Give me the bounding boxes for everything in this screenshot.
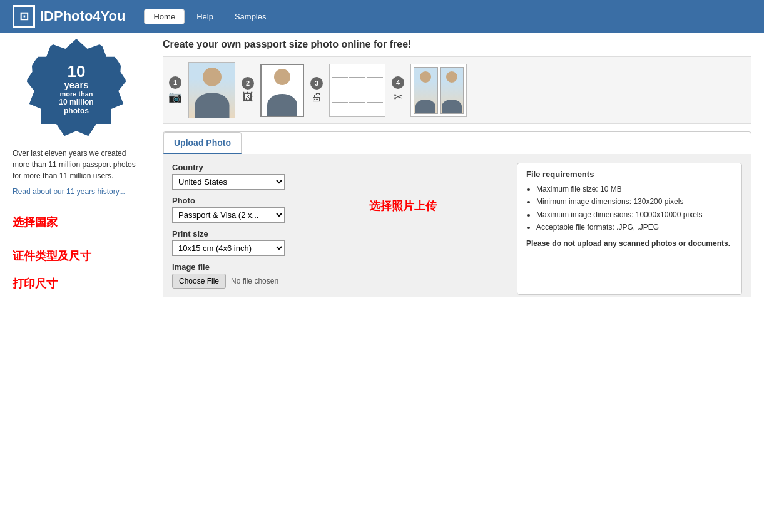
person-body-1: [195, 93, 229, 118]
mini-photo-6: [367, 102, 383, 103]
step-1: 1 📷: [168, 76, 182, 104]
logo[interactable]: ⊡ IDPhoto4You: [13, 5, 125, 28]
step-4-icon: ✂: [394, 90, 403, 104]
navigation: Home Help Samples: [144, 9, 275, 24]
mini-photo-1: [332, 77, 348, 78]
country-label: Country: [172, 163, 504, 172]
step-3-num: 3: [310, 77, 323, 90]
step-1-num: 1: [169, 76, 181, 89]
person-body-2: [267, 94, 297, 116]
header: ⊡ IDPhoto4You Home Help Samples: [0, 0, 764, 33]
step-2-num: 2: [242, 77, 254, 90]
mini-photo-5: [349, 102, 365, 103]
country-select[interactable]: United States Canada United Kingdom Aust…: [172, 174, 285, 190]
sidebar-description: Over last eleven years we created more t…: [13, 148, 140, 182]
badge-years: 10: [68, 63, 86, 79]
badge-photos: photos: [64, 106, 89, 115]
photo-label: Photo: [172, 196, 504, 205]
file-req-item-2: Minimum image dimensions: 130x200 pixels: [536, 195, 733, 208]
file-req-list: Maximum file size: 10 MB Minimum image d…: [526, 183, 733, 234]
step-1-image: [188, 62, 235, 118]
print-size-group: Print size 10x15 cm (4x6 inch) 13x18 cm …: [172, 229, 504, 256]
step-2: 2 🖼: [242, 77, 254, 104]
step-3: 3 🖨: [310, 77, 323, 104]
history-link[interactable]: Read about our 11 years history...: [13, 187, 125, 196]
annotation-photo-type: 证件类型及尺寸: [13, 248, 140, 263]
step-4-image: [410, 64, 467, 117]
no-file-text: No file chosen: [231, 277, 278, 285]
photo-select[interactable]: Passport & Visa (2 x... Driver License: [172, 207, 285, 223]
step-4: 4 ✂: [392, 76, 404, 104]
annotation-print-size: 打印尺寸: [13, 276, 140, 291]
nav-help[interactable]: Help: [187, 9, 223, 24]
upload-tab[interactable]: Upload Photo: [163, 132, 242, 154]
nav-samples[interactable]: Samples: [225, 9, 276, 24]
upload-form: Country United States Canada United King…: [172, 163, 504, 295]
upload-body: Country United States Canada United King…: [163, 154, 751, 297]
annotation-country: 选择国家: [13, 215, 140, 230]
step-4-num: 4: [392, 76, 404, 89]
person-head-1: [203, 68, 222, 86]
file-req-item-3: Maximum image dimensions: 10000x10000 pi…: [536, 208, 733, 221]
country-group: Country United States Canada United King…: [172, 163, 504, 190]
person-head-2: [274, 69, 290, 85]
step-3-icon: 🖨: [311, 91, 322, 104]
image-file-label: Image file: [172, 262, 504, 272]
sidebar: 10 years more than 10 million photos Ove…: [13, 39, 150, 291]
steps-bar: 1 📷 2 🖼 3 🖨: [163, 56, 751, 124]
cut-photo-2: [440, 67, 464, 114]
badge-label: years: [64, 79, 88, 90]
upload-section: Upload Photo Country United States Canad…: [163, 131, 751, 297]
file-input-row: Choose File No file chosen: [172, 274, 504, 289]
badge-million: 10 million: [59, 98, 93, 106]
print-size-select[interactable]: 10x15 cm (4x6 inch) 13x18 cm (5x7 inch): [172, 240, 285, 256]
file-req-title: File requirements: [526, 170, 733, 179]
photo-group: Photo Passport & Visa (2 x... Driver Lic…: [172, 196, 504, 223]
nav-home[interactable]: Home: [144, 9, 185, 24]
file-req-item-1: Maximum file size: 10 MB: [536, 183, 733, 195]
step-3-image: [329, 64, 385, 117]
file-req-item-4: Acceptable file formats: .JPG, .JPEG: [536, 221, 733, 233]
cut-photo-1: [414, 67, 438, 114]
print-size-label: Print size: [172, 229, 504, 238]
mini-photo-4: [332, 102, 348, 103]
annotations-panel: 选择国家 证件类型及尺寸 打印尺寸: [13, 215, 140, 291]
badge-more: more than: [59, 90, 93, 98]
step-2-icon: 🖼: [242, 91, 253, 104]
mini-photo-2: [349, 77, 365, 78]
main-content: Create your own passport size photo onli…: [163, 39, 751, 291]
step-1-icon: 📷: [168, 90, 182, 104]
logo-icon: ⊡: [13, 5, 35, 28]
step-2-image: [260, 64, 304, 117]
page-title: Create your own passport size photo onli…: [163, 39, 751, 50]
file-requirements: File requirements Maximum file size: 10 …: [517, 163, 742, 295]
years-badge: 10 years more than 10 million photos: [26, 39, 126, 139]
logo-text: IDPhoto4You: [40, 8, 125, 24]
mini-photo-3: [367, 77, 383, 78]
choose-file-button[interactable]: Choose File: [172, 274, 226, 289]
image-file-group: Image file Choose File No file chosen: [172, 262, 504, 289]
page-wrapper: 10 years more than 10 million photos Ove…: [0, 33, 764, 297]
file-req-warning: Please do not upload any scanned photos …: [526, 239, 733, 248]
